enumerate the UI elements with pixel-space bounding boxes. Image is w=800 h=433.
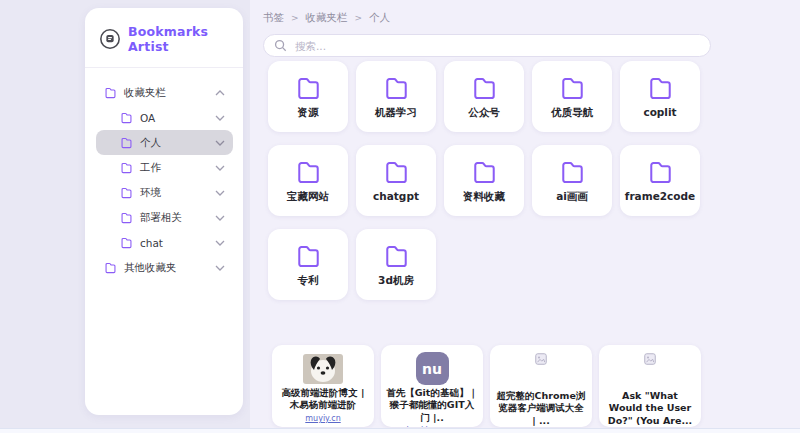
folder-card-3d-room[interactable]: 3d机房 — [356, 229, 436, 300]
bookmark-card-chrome-debug[interactable]: 超完整的Chrome浏览器客户端调试大全 | ... www.igeekbar.… — [490, 345, 592, 427]
chevron-down-icon[interactable] — [215, 190, 225, 196]
folder-card-treasure-sites[interactable]: 宝藏网站 — [268, 145, 348, 216]
folder-icon — [559, 158, 586, 185]
folder-icon — [120, 161, 133, 174]
folder-icon — [647, 74, 674, 101]
sidebar-item-personal[interactable]: 个人 — [96, 130, 233, 155]
bookmark-title: 超完整的Chrome浏览器客户端调试大全 | ... — [490, 390, 592, 427]
nulab-logo: nu — [416, 352, 449, 385]
app-title: Bookmarks Artist — [128, 24, 243, 54]
folder-icon — [295, 74, 322, 101]
folder-icon — [471, 74, 498, 101]
folder-card-official-accounts[interactable]: 公众号 — [444, 61, 524, 132]
bookmark-title: 高级前端进阶博文 | 木易杨前端进阶 — [272, 387, 374, 412]
sidebar-item-label: 工作 — [140, 161, 161, 175]
folder-label: 3d机房 — [378, 274, 414, 288]
folder-label: 优质导航 — [551, 106, 593, 120]
folder-icon — [120, 211, 133, 224]
folder-icon — [120, 236, 133, 249]
folder-label: 机器学习 — [375, 106, 417, 120]
breadcrumb-item-personal[interactable]: 个人 — [369, 11, 390, 25]
folder-icon — [120, 136, 133, 149]
sidebar-item-other-bookmarks[interactable]: 其他收藏夹 — [96, 255, 233, 280]
folder-icon — [295, 242, 322, 269]
folder-card-patents[interactable]: 专利 — [268, 229, 348, 300]
folder-label: 宝藏网站 — [287, 190, 329, 204]
folder-label: chatgpt — [373, 190, 419, 202]
search-input[interactable] — [293, 39, 700, 53]
folder-icon — [559, 74, 586, 101]
folder-label: 公众号 — [468, 106, 500, 120]
sidebar-item-oa[interactable]: OA — [96, 105, 233, 130]
folder-card-quality-nav[interactable]: 优质导航 — [532, 61, 612, 132]
chevron-down-icon[interactable] — [215, 115, 225, 121]
folder-label: frame2code — [625, 190, 695, 202]
chevron-down-icon[interactable] — [215, 265, 225, 271]
search-icon — [274, 39, 287, 52]
breadcrumb-separator: > — [355, 13, 363, 23]
bookmark-card-muyiy[interactable]: 高级前端进阶博文 | 木易杨前端进阶 muyiy.cn — [272, 345, 374, 427]
folder-label: 资料收藏 — [463, 190, 505, 204]
folder-icon — [647, 158, 674, 185]
folder-label: ai画画 — [556, 190, 588, 204]
breadcrumb: 书签 > 收藏夹栏 > 个人 — [250, 0, 800, 25]
folder-card-coplit[interactable]: coplit — [620, 61, 700, 132]
breadcrumb-item-bookmarks[interactable]: 书签 — [263, 11, 284, 25]
chevron-up-icon[interactable] — [215, 90, 225, 96]
sidebar-item-label: chat — [140, 237, 163, 249]
folder-card-materials[interactable]: 资料收藏 — [444, 145, 524, 216]
bookmark-card-backlog-git[interactable]: nu 首先【Git的基础】｜猴子都能懂的GIT入门 |.. backlog.co… — [381, 345, 483, 427]
bookmark-thumbnail: nu — [416, 350, 449, 387]
search-bar — [263, 34, 711, 57]
chevron-down-icon[interactable] — [215, 140, 225, 146]
folder-card-frame2code[interactable]: frame2code — [620, 145, 700, 216]
sidebar-item-favorites-bar[interactable]: 收藏夹栏 — [96, 80, 233, 105]
sidebar-item-label: 收藏夹栏 — [124, 86, 166, 100]
broken-image-icon — [535, 353, 547, 365]
chevron-down-icon[interactable] — [215, 215, 225, 221]
bookmark-card-97-things[interactable]: Ask "What Would the User Do?" (You Are..… — [599, 345, 701, 427]
sidebar-item-label: 个人 — [140, 136, 161, 150]
folder-label: coplit — [643, 106, 676, 118]
bookmark-thumbnail — [644, 350, 656, 390]
bookmark-title: 首先【Git的基础】｜猴子都能懂的GIT入门 |.. — [381, 387, 483, 424]
bookmark-badge-icon — [99, 28, 121, 50]
sidebar-item-label: 部署相关 — [140, 211, 182, 225]
bottom-edge-strip — [0, 428, 800, 433]
folder-label: 资源 — [298, 106, 319, 120]
sidebar-item-label: 其他收藏夹 — [124, 261, 177, 275]
sidebar-item-label: 环境 — [140, 186, 161, 200]
folder-card-machine-learning[interactable]: 机器学习 — [356, 61, 436, 132]
dog-photo-thumbnail — [303, 354, 343, 384]
broken-image-icon — [644, 353, 656, 365]
folder-label: 专利 — [298, 274, 319, 288]
bookmark-link[interactable]: backlog.com — [401, 426, 464, 427]
breadcrumb-separator: > — [291, 13, 299, 23]
sidebar-nav: 收藏夹栏 OA 个人 — [85, 68, 243, 280]
folder-icon — [383, 242, 410, 269]
folder-grid: 资源 机器学习 公众号 优质导航 coplit 宝藏网站 chatgpt 资料 — [268, 61, 712, 300]
folder-icon — [120, 111, 133, 124]
sidebar-item-label: OA — [140, 112, 155, 124]
folder-icon — [383, 74, 410, 101]
chevron-down-icon[interactable] — [215, 240, 225, 246]
folder-card-ziyuan[interactable]: 资源 — [268, 61, 348, 132]
bookmarks-row: 高级前端进阶博文 | 木易杨前端进阶 muyiy.cn nu 首先【Git的基础… — [272, 345, 701, 427]
sidebar-item-work[interactable]: 工作 — [96, 155, 233, 180]
chevron-down-icon[interactable] — [215, 165, 225, 171]
sidebar-item-deployment[interactable]: 部署相关 — [96, 205, 233, 230]
bookmark-title: Ask "What Would the User Do?" (You Are..… — [599, 390, 701, 427]
breadcrumb-item-favorites-bar[interactable]: 收藏夹栏 — [306, 11, 348, 25]
folder-icon — [295, 158, 322, 185]
sidebar: Bookmarks Artist 收藏夹栏 OA 个人 — [85, 8, 243, 415]
folder-card-ai-painting[interactable]: ai画画 — [532, 145, 612, 216]
bookmark-link[interactable]: muyiy.cn — [299, 414, 346, 425]
folder-icon — [104, 86, 117, 99]
sidebar-item-environment[interactable]: 环境 — [96, 180, 233, 205]
folder-icon — [104, 261, 117, 274]
folder-icon — [120, 186, 133, 199]
folder-icon — [383, 158, 410, 185]
app-logo: Bookmarks Artist — [85, 8, 243, 54]
folder-card-chatgpt[interactable]: chatgpt — [356, 145, 436, 216]
sidebar-item-chat[interactable]: chat — [96, 230, 233, 255]
